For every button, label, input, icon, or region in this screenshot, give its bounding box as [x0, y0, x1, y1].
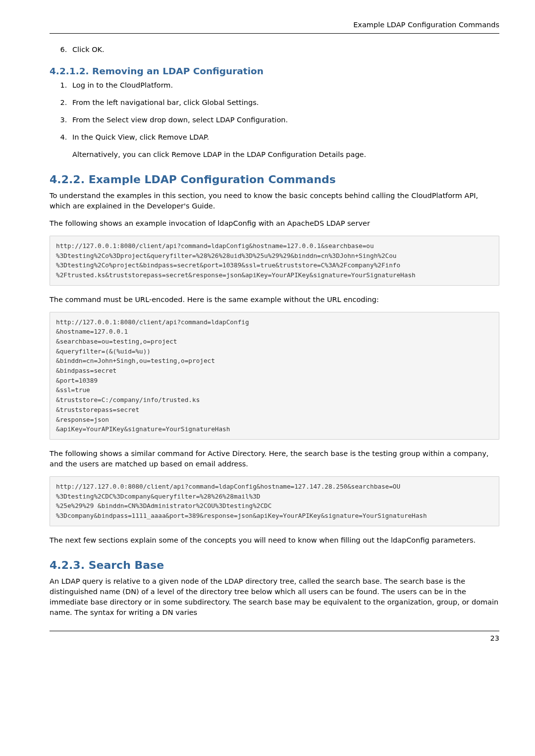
code-block-ad: http://127.127.0.0:8080/client/api?comma…: [50, 476, 499, 526]
code-block-encoded: http://127.0.0.1:8080/client/api?command…: [50, 236, 499, 286]
page-number: 23: [50, 633, 499, 644]
paragraph: The following shows an example invocatio…: [50, 218, 499, 229]
paragraph: The next few sections explain some of th…: [50, 535, 499, 546]
footer-rule: [50, 631, 499, 631]
procedure-continue: Click OK.: [50, 45, 499, 55]
paragraph: To understand the examples in this secti…: [50, 191, 499, 211]
step-note: Alternatively, you can click Remove LDAP…: [72, 150, 499, 160]
paragraph: An LDAP query is relative to a given nod…: [50, 576, 499, 618]
list-item: Log in to the CloudPlatform.: [69, 80, 499, 91]
heading-4-2-2: 4.2.2. Example LDAP Configuration Comman…: [50, 172, 499, 188]
list-item: From the Select view drop down, select L…: [69, 115, 499, 125]
step-text: In the Quick View, click Remove LDAP.: [72, 133, 209, 141]
paragraph: The following shows a similar command fo…: [50, 449, 499, 469]
paragraph: The command must be URL-encoded. Here is…: [50, 295, 499, 305]
procedure-4212: Log in to the CloudPlatform. From the le…: [50, 80, 499, 160]
running-header: Example LDAP Configuration Commands: [50, 20, 499, 30]
list-item: From the left navigational bar, click Gl…: [69, 98, 499, 108]
code-block-decoded: http://127.0.0.1:8080/client/api?command…: [50, 312, 499, 440]
list-item: In the Quick View, click Remove LDAP. Al…: [69, 132, 499, 160]
heading-4-2-1-2: 4.2.1.2. Removing an LDAP Configuration: [50, 65, 499, 78]
page-container: Example LDAP Configuration Commands Clic…: [0, 0, 535, 658]
list-item: Click OK.: [69, 45, 499, 55]
heading-4-2-3: 4.2.3. Search Base: [50, 557, 499, 573]
header-rule: [50, 33, 499, 34]
